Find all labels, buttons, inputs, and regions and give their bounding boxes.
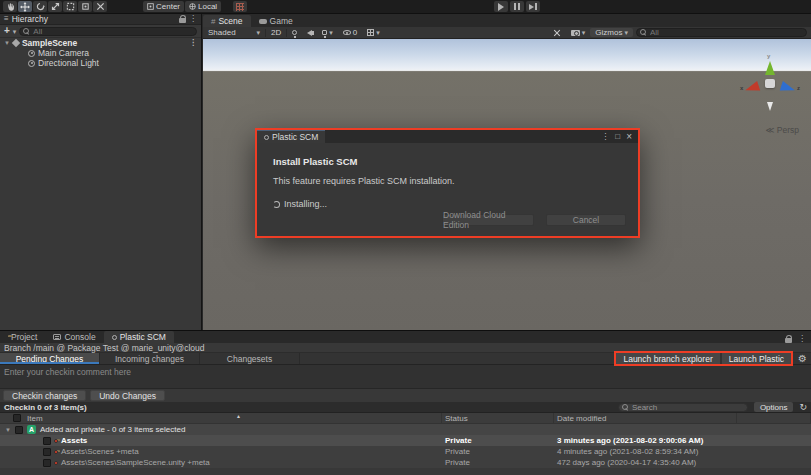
rotate-tool-icon[interactable] [33,1,47,12]
axis-z-cone[interactable] [780,81,796,95]
download-cloud-edition-button[interactable]: Download Cloud Edition [442,214,534,226]
tab-plastic-scm[interactable]: Plastic SCM [104,331,174,343]
2d-toggle[interactable]: 2D [266,28,286,38]
table-search-input[interactable] [632,403,744,412]
kebab-menu-icon[interactable]: ⋮ [189,15,197,23]
grid-visibility-dropdown[interactable]: ▾ [362,28,385,38]
perspective-label[interactable]: ≪ Persp [766,125,800,135]
tab-incoming-changes[interactable]: Incoming changes [100,353,200,364]
hierarchy-item-main-camera[interactable]: Main Camera [0,48,201,58]
table-row[interactable]: Assets Private 3 minutes ago (2021-08-02… [0,435,811,446]
cancel-button[interactable]: Cancel [546,214,626,226]
tab-changesets[interactable]: Changesets [200,353,300,364]
camera-settings-dropdown[interactable]: ▾ [566,28,591,38]
object-label: Directional Light [38,58,99,68]
sort-ascending-icon[interactable]: ▲ [236,413,241,419]
transform-tool-icon[interactable] [78,1,92,12]
gizmos-dropdown[interactable]: Gizmos ▾ [590,28,633,37]
effects-dropdown-icon[interactable]: ▾ [317,28,338,38]
plastic-scm-icon [264,135,269,140]
column-item[interactable]: Item [27,414,43,423]
move-tool-icon[interactable] [18,1,32,12]
scene-kebab-icon[interactable]: ⋮ [189,39,201,47]
item-path: Assets\Scenes\SampleScene.unity +meta [61,458,210,467]
table-search-field[interactable] [618,403,748,412]
grid-snap-icon[interactable] [233,1,247,12]
table-row[interactable]: Assets\Scenes +meta Private 4 minutes ag… [0,446,811,457]
dialog-tab[interactable]: Plastic SCM [257,130,325,143]
tab-label: Scene [218,16,242,26]
audio-toggle-icon[interactable] [302,28,317,38]
tab-console[interactable]: Console [45,331,103,343]
launch-branch-explorer-button[interactable]: Launch branch explorer [616,353,719,364]
refresh-icon[interactable]: ↻ [799,403,807,412]
axis-down-cone[interactable] [767,102,773,111]
launch-plastic-button[interactable]: Launch Plastic [722,353,791,364]
hierarchy-search-field[interactable] [19,27,197,36]
item-path: Assets [61,436,87,445]
scale-tool-icon[interactable] [48,1,62,12]
gizmo-hub[interactable] [765,79,775,88]
row-checkbox[interactable] [43,437,51,445]
tab-project[interactable]: Project [0,331,45,343]
scene-search-input[interactable] [650,28,803,37]
tab-scene[interactable]: # Scene [203,15,251,27]
orientation-gizmo[interactable]: y x z [743,59,797,113]
tab-game[interactable]: Game [251,15,301,27]
launch-buttons-highlight: Launch branch explorer Launch Plastic [614,351,793,366]
hierarchy-item-directional-light[interactable]: Directional Light [0,58,201,68]
axis-x-cone[interactable] [744,81,760,95]
column-date-modified[interactable]: Date modified [557,414,606,423]
status-text: Installing... [284,199,327,209]
maximize-icon[interactable]: □ [615,132,620,141]
gear-icon[interactable]: ⚙ [798,354,807,364]
item-date: 4 minutes ago (2021-08-02 8:59:34 AM) [557,447,698,456]
shading-mode-dropdown[interactable]: Shaded ▾ [203,28,265,38]
dialog-window-buttons: ⋮ □ × [601,131,638,142]
rotation-mode-button[interactable]: Local [185,1,221,12]
shading-mode-label: Shaded [208,28,236,37]
column-status[interactable]: Status [445,414,468,423]
lock-icon[interactable] [179,17,186,23]
change-group-row[interactable]: ▼ A Added and private - 0 of 3 items sel… [0,424,811,435]
component-tools-icon[interactable] [548,28,566,38]
checkin-changes-button[interactable]: Checkin changes [3,390,86,401]
tab-label: Game [270,16,293,26]
checkin-comment-input[interactable] [0,365,811,388]
checkin-comment-box[interactable] [0,365,811,389]
pivot-mode-button[interactable]: Center [143,1,184,12]
group-checkbox[interactable] [15,426,23,434]
close-icon[interactable]: × [626,131,632,142]
hidden-objects-icon[interactable]: 0 [338,28,362,38]
dialog-menu-icon[interactable]: ⋮ [601,132,609,141]
row-checkbox[interactable] [43,448,51,456]
light-object-icon [28,60,35,67]
rect-tool-icon[interactable] [63,1,77,12]
hamburger-icon: ≡ [4,15,9,23]
select-all-checkbox[interactable] [13,414,21,422]
table-row[interactable]: Assets\Scenes\SampleScene.unity +meta Pr… [0,457,811,468]
add-object-button[interactable]: + [4,26,10,36]
options-button[interactable]: Options [754,402,794,412]
scene-search-field[interactable] [636,28,807,37]
lighting-toggle-icon[interactable] [287,28,302,38]
tab-label: Plastic SCM [120,332,166,342]
kebab-menu-icon[interactable]: ⋮ [798,335,806,343]
expander-icon[interactable]: ▼ [5,427,11,433]
step-button[interactable] [526,1,540,12]
row-checkbox[interactable] [43,459,51,467]
custom-tool-icon[interactable] [93,1,107,12]
lock-icon[interactable] [785,337,792,343]
dialog-titlebar[interactable]: Plastic SCM ⋮ □ × [257,130,638,143]
play-button[interactable] [494,1,508,12]
hierarchy-item-samplescene[interactable]: ▼ SampleScene ⋮ [0,38,201,48]
hierarchy-search-input[interactable] [33,27,193,36]
tab-pending-changes[interactable]: Pending Changes [0,353,100,364]
axis-y-cone[interactable] [765,61,775,75]
pause-button[interactable] [510,1,524,12]
undo-changes-button[interactable]: Undo Changes [90,390,165,401]
gizmos-label: Gizmos [595,28,622,37]
hand-tool-icon[interactable] [3,1,17,12]
chevron-down-icon[interactable]: ▾ [13,28,17,35]
expander-icon[interactable]: ▼ [4,40,10,46]
